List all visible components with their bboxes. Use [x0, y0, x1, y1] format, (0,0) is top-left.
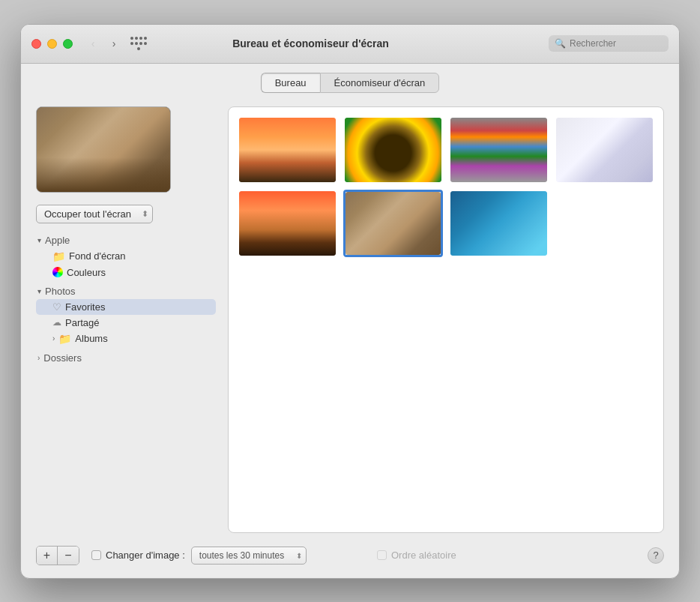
- bottom-bar: + − Changer d'image : toutes les 30 minu…: [21, 533, 679, 578]
- fit-dropdown[interactable]: Occuper tout l'écran: [36, 205, 153, 223]
- left-panel: Occuper tout l'écran ▾ Apple 📁 Fond d'éc…: [36, 106, 216, 533]
- image-hangings: [450, 118, 547, 182]
- sidebar-tree: ▾ Apple 📁 Fond d'écran Couleurs ▾ Photos: [36, 232, 216, 533]
- grid-image-sunflower[interactable]: [343, 116, 443, 184]
- grid-image-sunset[interactable]: [238, 116, 337, 184]
- preview-box: [36, 106, 171, 193]
- maximize-button[interactable]: [63, 39, 73, 49]
- cloud-icon: ☁: [52, 317, 61, 328]
- add-remove-buttons: + −: [36, 546, 79, 565]
- fit-dropdown-wrapper: Occuper tout l'écran: [36, 205, 153, 223]
- sidebar-item-fond-ecran-label: Fond d'écran: [69, 250, 125, 262]
- sidebar-item-partage[interactable]: ☁ Partagé: [36, 315, 216, 331]
- change-image-checkbox-wrapper: Changer d'image :: [91, 550, 185, 561]
- main-content: Occuper tout l'écran ▾ Apple 📁 Fond d'éc…: [21, 99, 679, 533]
- image-desert: [346, 192, 441, 255]
- sidebar-section-photos[interactable]: ▾ Photos: [36, 283, 216, 299]
- search-bar: 🔍: [549, 35, 669, 52]
- sidebar-item-favorites[interactable]: ♡ Favorites: [36, 299, 216, 315]
- sidebar-item-albums[interactable]: › 📁 Albums: [36, 331, 216, 347]
- image-blue-sea: [450, 191, 547, 256]
- random-order-checkbox[interactable]: [377, 550, 387, 560]
- sidebar-item-partage-label: Partagé: [65, 317, 100, 328]
- change-image-checkbox[interactable]: [91, 550, 101, 560]
- change-image-row: Changer d'image : toutes les 30 minutes: [91, 547, 350, 565]
- add-button[interactable]: +: [37, 547, 58, 565]
- sidebar-section-apple-label: Apple: [45, 235, 70, 246]
- image-grid: [238, 116, 654, 257]
- grid-image-hangings[interactable]: [449, 116, 549, 184]
- tabs-bar: Bureau Économiseur d'écran: [21, 64, 679, 99]
- sidebar-item-couleurs[interactable]: Couleurs: [36, 265, 216, 280]
- sidebar-section-apple[interactable]: ▾ Apple: [36, 232, 216, 248]
- search-icon: 🔍: [555, 38, 566, 49]
- image-sunset: [239, 118, 336, 182]
- titlebar: ‹ › Bureau et économiseur d'écran 🔍: [21, 25, 679, 64]
- dropdown-row: Occuper tout l'écran: [36, 205, 216, 223]
- chevron-right-icon: ›: [52, 334, 55, 343]
- remove-button[interactable]: −: [58, 547, 79, 565]
- random-order-wrapper: Ordre aléatoire: [377, 550, 636, 561]
- change-image-label: Changer d'image :: [106, 550, 185, 561]
- chevron-down-icon: ▾: [37, 287, 41, 295]
- sidebar-section-dossiers-label: Dossiers: [43, 352, 82, 364]
- sidebar-item-albums-label: Albums: [75, 333, 107, 344]
- search-input[interactable]: [570, 38, 660, 49]
- sidebar-section-dossiers[interactable]: › Dossiers: [36, 350, 216, 366]
- chevron-down-icon: ▾: [37, 236, 41, 244]
- main-window: ‹ › Bureau et économiseur d'écran 🔍 Bure…: [20, 24, 680, 579]
- tab-bureau[interactable]: Bureau: [261, 73, 320, 93]
- minimize-button[interactable]: [47, 39, 57, 49]
- color-wheel-icon: [52, 267, 63, 277]
- image-polar-bear: [556, 118, 653, 182]
- tab-economiseur[interactable]: Économiseur d'écran: [320, 73, 440, 93]
- sidebar-item-couleurs-label: Couleurs: [67, 267, 106, 278]
- window-title: Bureau et économiseur d'écran: [73, 37, 549, 49]
- help-button[interactable]: ?: [648, 547, 664, 564]
- interval-dropdown-wrapper: toutes les 30 minutes: [191, 547, 307, 565]
- sidebar-item-fond-ecran[interactable]: 📁 Fond d'écran: [36, 248, 216, 265]
- sidebar-item-favorites-label: Favorites: [65, 301, 105, 313]
- close-button[interactable]: [31, 39, 41, 49]
- grid-image-desert[interactable]: [343, 190, 443, 257]
- grid-image-polar-bear[interactable]: [555, 116, 654, 184]
- interval-dropdown[interactable]: toutes les 30 minutes: [191, 547, 307, 565]
- folder-icon: 📁: [58, 333, 71, 345]
- image-sunflower: [345, 118, 441, 182]
- grid-image-blue-sea[interactable]: [449, 190, 549, 257]
- chevron-right-icon: ›: [37, 354, 40, 362]
- preview-image: [37, 107, 170, 192]
- sidebar-section-photos-label: Photos: [45, 286, 75, 297]
- image-grid-panel: [228, 106, 664, 533]
- grid-image-hikers[interactable]: [238, 190, 337, 257]
- traffic-lights: [31, 39, 73, 49]
- random-order-label: Ordre aléatoire: [391, 550, 456, 561]
- heart-icon: ♡: [52, 301, 61, 313]
- image-hikers: [239, 191, 336, 256]
- folder-icon: 📁: [52, 250, 65, 262]
